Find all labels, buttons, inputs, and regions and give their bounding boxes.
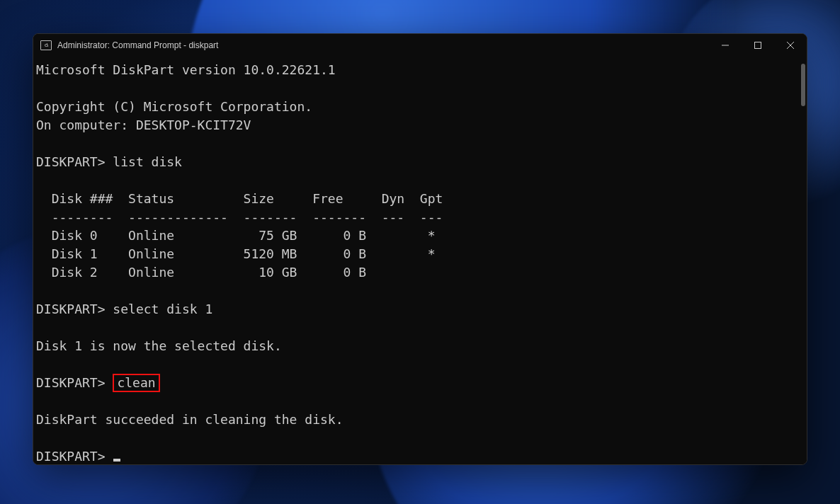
window-title: Administrator: Command Prompt - diskpart [57, 40, 218, 50]
window-controls [709, 34, 807, 57]
table-divider: -------- ------------- ------- ------- -… [36, 210, 443, 224]
cursor [113, 459, 120, 462]
prompt-prefix: DISKPART> [36, 375, 113, 390]
table-row: Disk 1 Online 5120 MB 0 B * [36, 246, 436, 261]
prompt-line: DISKPART> select disk 1 [36, 302, 212, 316]
maximize-button[interactable] [742, 34, 774, 57]
output-line: Copyright (C) Microsoft Corporation. [36, 99, 312, 114]
output-line: Microsoft DiskPart version 10.0.22621.1 [36, 62, 336, 77]
table-header: Disk ### Status Size Free Dyn Gpt [36, 191, 443, 206]
titlebar[interactable]: c\ Administrator: Command Prompt - diskp… [33, 34, 807, 57]
svg-rect-1 [755, 42, 761, 49]
output-line: Disk 1 is now the selected disk. [36, 338, 282, 353]
minimize-button[interactable] [709, 34, 742, 57]
scrollbar-thumb[interactable] [801, 64, 805, 106]
prompt-line: DISKPART> list disk [36, 154, 182, 169]
output-line: On computer: DESKTOP-KCIT72V [36, 118, 251, 132]
command-prompt-window: c\ Administrator: Command Prompt - diskp… [33, 33, 807, 465]
prompt-line: DISKPART> [36, 449, 120, 464]
highlighted-command: clean [113, 374, 159, 392]
output-line: DiskPart succeeded in cleaning the disk. [36, 412, 343, 427]
table-row: Disk 2 Online 10 GB 0 B [36, 265, 366, 280]
table-row: Disk 0 Online 75 GB 0 B * [36, 228, 436, 243]
cmd-icon: c\ [40, 40, 52, 50]
desktop-background: c\ Administrator: Command Prompt - diskp… [0, 0, 840, 504]
prompt-line: DISKPART> clean [36, 375, 160, 390]
prompt-prefix: DISKPART> [36, 449, 113, 464]
terminal-output[interactable]: Microsoft DiskPart version 10.0.22621.1 … [33, 57, 807, 464]
close-button[interactable] [774, 34, 807, 57]
